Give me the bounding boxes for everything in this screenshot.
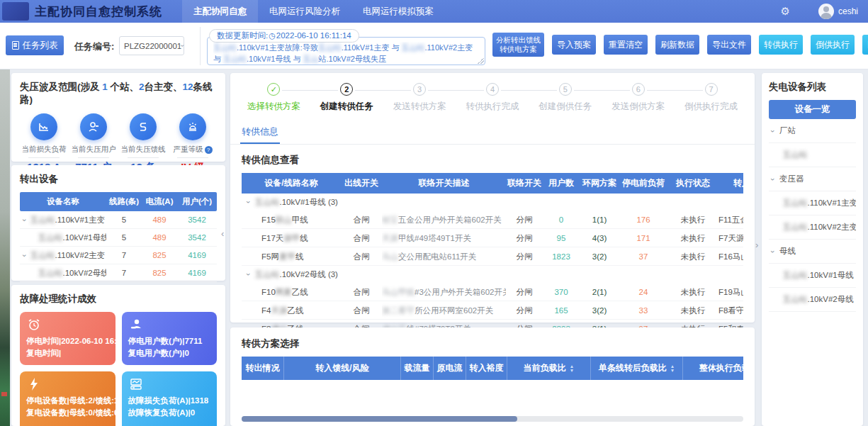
- tree-item[interactable]: 五山站.10kV#2母线: [769, 288, 856, 312]
- table-header: 设备名称 线路(条) 电流(A) 用户(个): [20, 192, 217, 211]
- transfer-execute-button[interactable]: 转供执行: [759, 35, 803, 55]
- table-cell: 未执行: [667, 211, 718, 228]
- collapse-left-panel-icon[interactable]: ‹: [221, 228, 224, 239]
- clock-icon: ◷: [269, 31, 276, 40]
- chevron-down-icon: ›: [244, 198, 253, 206]
- table-header: 设备/线路名称 出线开关 联络开关描述 联络开关 用户数 环网方案 停电前负荷 …: [242, 173, 743, 194]
- table-row[interactable]: 五山站.10kV#2母线 7 825 4169: [20, 264, 217, 282]
- text-fragment: 1: [102, 82, 108, 92]
- text-fragment: 甲线: [292, 215, 308, 224]
- table-cell: 未执行: [667, 247, 718, 265]
- text-fragment: 线: [300, 234, 308, 242]
- table-cell: 合闸: [341, 283, 382, 301]
- data-update-time: 数据更新时间:◷2022-06-10 16:11:14: [209, 29, 359, 43]
- text-fragment: 失压波及范围(涉及: [20, 82, 102, 92]
- table-cell: F19马山线: [718, 283, 743, 301]
- backfeed-execute-button[interactable]: 倒供执行: [811, 35, 855, 55]
- tab-transfer-info[interactable]: 转供信息: [240, 121, 280, 144]
- help-icon[interactable]: ?: [205, 146, 213, 154]
- tree-group-transformer[interactable]: ›变压器: [769, 167, 856, 191]
- text-fragment: 联山: [276, 215, 292, 224]
- app-window: 主配协同自愈控制系统 主配协同自愈 电网运行风险分析 电网运行模拟预案 ⚙ ce…: [0, 0, 868, 426]
- settings-gear-icon[interactable]: ⚙: [781, 5, 790, 18]
- nav-tab-simulation[interactable]: 电网运行模拟预案: [351, 0, 445, 23]
- tree-item[interactable]: 五山站: [769, 143, 856, 167]
- task-number-select[interactable]: PLZG22000001 ›: [119, 36, 184, 55]
- expand-right-panel-icon[interactable]: ›: [755, 240, 758, 250]
- fault-stats-grid: 停电时间|2022-06-10 16:11 复电时间| 停电用户数(户)|771…: [20, 312, 217, 426]
- text-fragment: .110kV#2主变: [808, 223, 857, 231]
- sort-icon[interactable]: ▲▼: [670, 364, 675, 373]
- text-fragment: 五山站: [30, 251, 55, 259]
- top-nav: 主配协同自愈控制系统 主配协同自愈 电网运行风险分析 电网运行模拟预案 ⚙ ce…: [0, 0, 868, 23]
- nav-tab-self-healing[interactable]: 主配协同自愈: [182, 0, 258, 23]
- refresh-data-button[interactable]: 刷新数据: [655, 35, 699, 55]
- feeder-row[interactable]: F4天源乙线合闸第二看守所公用环网室602开关分闸1653(2)33未执行F8看…: [242, 301, 743, 320]
- device-overview-header[interactable]: 设备一览: [769, 100, 856, 119]
- sort-icon[interactable]: ▲▼: [570, 364, 574, 373]
- export-file-button[interactable]: 导出文件: [707, 35, 751, 55]
- scrollbar-thumb[interactable]: [242, 416, 517, 422]
- step-select-plan[interactable]: ✓选择转供方案: [237, 83, 310, 113]
- feeder-row[interactable]: F15联山甲线合闸创宝五金公用户外开关箱602开关分闸01(1)176未执行F1…: [242, 211, 743, 229]
- tree-group-station[interactable]: ›厂站: [769, 119, 856, 143]
- step-transfer-done[interactable]: 4转供执行完成: [456, 83, 529, 113]
- text-fragment: 乙线: [287, 306, 303, 315]
- text-fragment: 2: [139, 82, 145, 92]
- table-row[interactable]: ›五山站.110kV#1主变 5 489 3542: [20, 211, 217, 229]
- text-fragment: .110kV#2主变: [55, 251, 106, 259]
- analyze-transfer-plan-button[interactable]: 分析转出馈线 转供电方案: [492, 33, 544, 57]
- text-fragment: 个站、: [108, 82, 139, 92]
- text-fragment: 乙线: [292, 288, 308, 296]
- step-create-backfeed[interactable]: 5创建倒供任务: [529, 83, 602, 113]
- table-row[interactable]: 五山站.10kV#1母线 5 489 3542: [20, 229, 217, 247]
- task-number-label: 任务编号:: [74, 40, 114, 53]
- table-body: ›五山站.10kV#1母线 (3)F15联山甲线合闸创宝五金公用户外开关箱602…: [242, 194, 743, 338]
- text-fragment: 五山站: [318, 43, 342, 52]
- text-fragment: .10kV#1母线 与: [247, 55, 303, 63]
- table-cell: 未执行: [667, 229, 718, 247]
- step-create-task[interactable]: 2创建转供任务: [310, 83, 383, 113]
- tree-group-bus[interactable]: ›母线: [769, 240, 856, 264]
- tree-item[interactable]: 五山站.10kV#1母线: [769, 264, 856, 288]
- graphic-analysis-button[interactable]: 图形分析: [862, 35, 868, 55]
- text-fragment: 五山站: [223, 55, 247, 63]
- panel-title: 转供方案选择: [242, 337, 743, 350]
- text-fragment: 五山站: [402, 43, 425, 52]
- step-backfeed-done[interactable]: 7倒供执行完成: [675, 83, 748, 113]
- text-fragment: 五山站: [213, 43, 237, 52]
- app-title: 主配协同自愈控制系统: [35, 4, 162, 20]
- step-send-plan[interactable]: 3发送转供方案: [383, 83, 456, 113]
- task-list-button[interactable]: 任务列表: [6, 35, 64, 55]
- feeder-icon: [130, 113, 157, 140]
- text-fragment: 五山站: [783, 150, 808, 159]
- chevron-down-icon: ›: [769, 175, 777, 184]
- feeder-row[interactable]: F10网夏乙线合闸马山甲线#3公用户外开关箱602开关分闸3702(1)24未执…: [242, 283, 743, 301]
- users-icon: [128, 317, 211, 332]
- plan-selection-table: 转出情况 转入馈线/风险 载流量 原电流 转入裕度 当前负载比▲▼ 单条线转后负…: [242, 357, 743, 400]
- fault-description-box[interactable]: 数据更新时间:◷2022-06-10 16:11:14 五山站.110kV#1主…: [207, 37, 485, 65]
- table-cell: 分闸: [506, 283, 543, 301]
- table-cell: 分闸: [506, 229, 543, 247]
- text-fragment: 甲线#49塔49T1开关: [398, 234, 471, 242]
- table-cell: 合闸: [341, 247, 382, 265]
- feeder-group-row[interactable]: ›五山站.10kV#1母线 (3): [242, 194, 743, 211]
- chevron-down-icon: ›: [179, 45, 186, 47]
- feeder-row[interactable]: F5网夏甲线合闸马山交公用配电站611开关分闸18233(2)37未执行F16马…: [242, 247, 743, 266]
- resize-grip[interactable]: [478, 57, 484, 64]
- feeder-row[interactable]: F17天源甲线合闸天源甲线#49塔49T1开关分闸954(3)171未执行F7天…: [242, 229, 743, 247]
- table-row[interactable]: ›五山站.110kV#2主变 7 825 4169: [20, 247, 217, 264]
- user-menu[interactable]: ceshi: [818, 4, 858, 19]
- tree-item[interactable]: 五山站.110kV#1主变: [769, 191, 856, 215]
- table-cell: F4天源乙线: [242, 301, 341, 319]
- feeder-group-row[interactable]: ›五山站.10kV#2母线 (3): [242, 266, 743, 283]
- table-cell: 37: [619, 247, 667, 265]
- import-plan-button[interactable]: 导入预案: [552, 35, 596, 55]
- text-fragment: 12: [183, 82, 193, 92]
- step-send-backfeed[interactable]: 6发送倒供方案: [602, 83, 675, 113]
- table-cell: 第二看守所公用环网室602开关: [382, 301, 506, 319]
- nav-tab-risk-analysis[interactable]: 电网运行风险分析: [258, 0, 351, 23]
- tree-item[interactable]: 五山站.110kV#2主变: [769, 215, 856, 240]
- text-fragment: 交公用配电站611开关: [398, 252, 476, 261]
- reset-clear-button[interactable]: 重置清空: [604, 35, 648, 55]
